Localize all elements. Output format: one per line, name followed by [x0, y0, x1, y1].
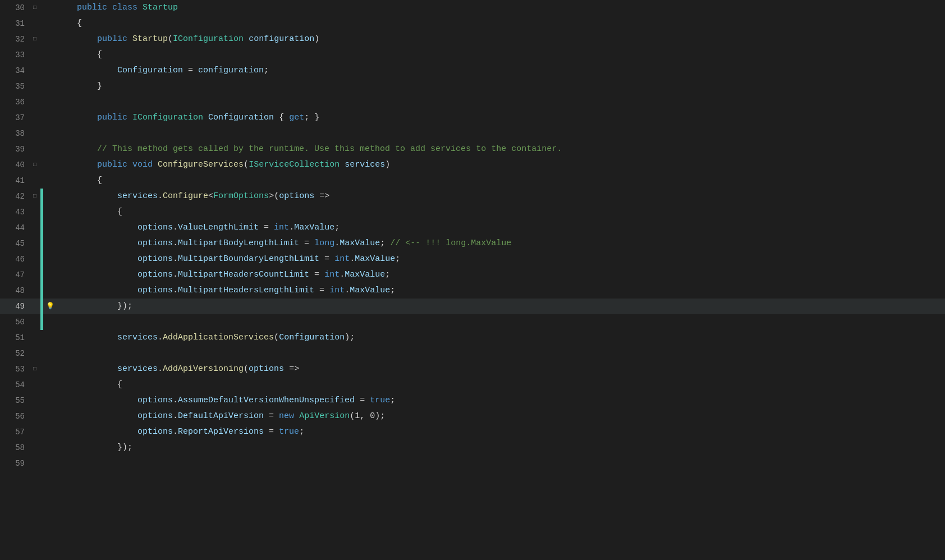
collapse-btn-54 — [29, 377, 40, 393]
code-line-39: 39 // This method gets called by the run… — [0, 141, 945, 157]
collapse-btn-35 — [29, 79, 40, 94]
line-number-49: 49 — [0, 299, 29, 314]
code-content-59 — [57, 456, 945, 471]
code-content-49: }); — [57, 299, 945, 314]
collapse-btn-34 — [29, 63, 40, 79]
code-line-50: 50 — [0, 314, 945, 330]
collapse-btn-32[interactable]: □ — [29, 31, 40, 47]
code-content-37: public IConfiguration Configuration { ge… — [57, 110, 945, 126]
lightbulb-38 — [43, 126, 57, 141]
lightbulb-51 — [43, 330, 57, 346]
lightbulb-54 — [43, 377, 57, 393]
code-line-44: 44 options.ValueLengthLimit = int.MaxVal… — [0, 220, 945, 236]
code-line-42: 42□ services.Configure<FormOptions>(opti… — [0, 189, 945, 204]
code-line-49: 49💡 }); — [0, 299, 945, 314]
code-content-39: // This method gets called by the runtim… — [57, 141, 945, 157]
line-number-35: 35 — [0, 79, 29, 94]
line-number-37: 37 — [0, 110, 29, 126]
code-line-58: 58 }); — [0, 440, 945, 456]
collapse-btn-30[interactable]: □ — [29, 0, 40, 16]
collapse-btn-47 — [29, 267, 40, 283]
collapse-btn-40[interactable]: □ — [29, 157, 40, 173]
code-line-37: 37 public IConfiguration Configuration {… — [0, 110, 945, 126]
line-number-40: 40 — [0, 157, 29, 173]
code-line-41: 41 { — [0, 173, 945, 189]
code-content-48: options.MultipartHeadersLengthLimit = in… — [57, 283, 945, 299]
code-content-44: options.ValueLengthLimit = int.MaxValue; — [57, 220, 945, 236]
lightbulb-33 — [43, 47, 57, 63]
collapse-btn-31 — [29, 16, 40, 31]
lightbulb-50 — [43, 314, 57, 330]
collapse-btn-55 — [29, 393, 40, 408]
collapse-btn-43 — [29, 204, 40, 220]
code-line-51: 51 services.AddApplicationServices(Confi… — [0, 330, 945, 346]
line-number-42: 42 — [0, 189, 29, 204]
code-content-57: options.ReportApiVersions = true; — [57, 424, 945, 440]
collapse-btn-42[interactable]: □ — [29, 189, 40, 204]
lightbulb-53 — [43, 361, 57, 377]
lightbulb-32 — [43, 31, 57, 47]
collapse-btn-38 — [29, 126, 40, 141]
line-number-46: 46 — [0, 251, 29, 267]
collapse-btn-48 — [29, 283, 40, 299]
collapse-btn-51 — [29, 330, 40, 346]
lightbulb-45 — [43, 236, 57, 251]
line-number-31: 31 — [0, 16, 29, 31]
code-content-32: public Startup(IConfiguration configurat… — [57, 31, 945, 47]
code-content-38 — [57, 126, 945, 141]
line-number-55: 55 — [0, 393, 29, 408]
code-content-46: options.MultipartBoundaryLengthLimit = i… — [57, 251, 945, 267]
lightbulb-44 — [43, 220, 57, 236]
lightbulb-39 — [43, 141, 57, 157]
line-number-48: 48 — [0, 283, 29, 299]
code-content-36 — [57, 94, 945, 110]
lightbulb-49[interactable]: 💡 — [43, 299, 57, 314]
code-content-56: options.DefaultApiVersion = new ApiVersi… — [57, 408, 945, 424]
collapse-btn-36 — [29, 94, 40, 110]
code-line-59: 59 — [0, 456, 945, 471]
collapse-btn-52 — [29, 346, 40, 361]
lightbulb-46 — [43, 251, 57, 267]
code-editor: 30□ public class Startup31 {32□ public S… — [0, 0, 945, 560]
code-line-52: 52 — [0, 346, 945, 361]
lightbulb-30 — [43, 0, 57, 16]
code-content-40: public void ConfigureServices(IServiceCo… — [57, 157, 945, 173]
lightbulb-35 — [43, 79, 57, 94]
collapse-btn-46 — [29, 251, 40, 267]
code-line-43: 43 { — [0, 204, 945, 220]
lightbulb-31 — [43, 16, 57, 31]
code-line-54: 54 { — [0, 377, 945, 393]
line-number-57: 57 — [0, 424, 29, 440]
code-content-34: Configuration = configuration; — [57, 63, 945, 79]
lightbulb-47 — [43, 267, 57, 283]
code-content-53: services.AddApiVersioning(options => — [57, 361, 945, 377]
line-number-38: 38 — [0, 126, 29, 141]
code-content-30: public class Startup — [57, 0, 945, 16]
collapse-btn-53[interactable]: □ — [29, 361, 40, 377]
line-number-52: 52 — [0, 346, 29, 361]
code-content-50 — [57, 314, 945, 330]
code-line-55: 55 options.AssumeDefaultVersionWhenUnspe… — [0, 393, 945, 408]
line-number-51: 51 — [0, 330, 29, 346]
line-number-39: 39 — [0, 141, 29, 157]
line-number-43: 43 — [0, 204, 29, 220]
code-line-33: 33 { — [0, 47, 945, 63]
code-line-34: 34 Configuration = configuration; — [0, 63, 945, 79]
collapse-btn-49 — [29, 299, 40, 314]
collapse-btn-37 — [29, 110, 40, 126]
line-number-41: 41 — [0, 173, 29, 189]
collapse-btn-44 — [29, 220, 40, 236]
line-number-30: 30 — [0, 0, 29, 16]
code-content-31: { — [57, 16, 945, 31]
collapse-btn-57 — [29, 424, 40, 440]
line-number-47: 47 — [0, 267, 29, 283]
line-number-58: 58 — [0, 440, 29, 456]
line-number-33: 33 — [0, 47, 29, 63]
code-line-47: 47 options.MultipartHeadersCountLimit = … — [0, 267, 945, 283]
line-number-32: 32 — [0, 31, 29, 47]
collapse-btn-59 — [29, 456, 40, 471]
code-content-33: { — [57, 47, 945, 63]
code-content-51: services.AddApplicationServices(Configur… — [57, 330, 945, 346]
lightbulb-59 — [43, 456, 57, 471]
code-line-48: 48 options.MultipartHeadersLengthLimit =… — [0, 283, 945, 299]
